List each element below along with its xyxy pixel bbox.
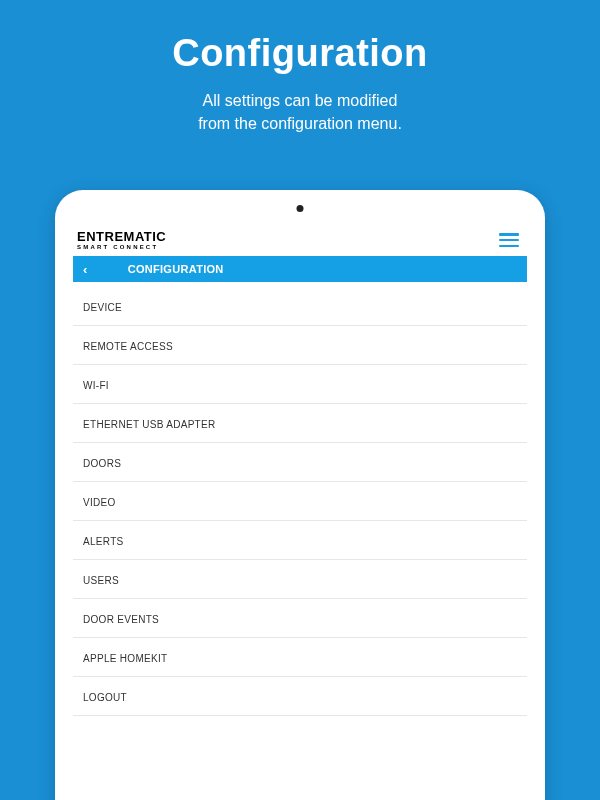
brand-logo: ENTREMATIC SMART CONNECT — [77, 230, 166, 250]
hamburger-icon[interactable] — [499, 233, 519, 247]
page-title-bar: ‹ CONFIGURATION — [73, 256, 527, 282]
menu-item-device[interactable]: DEVICE — [73, 282, 527, 326]
menu-item-logout[interactable]: LOGOUT — [73, 677, 527, 716]
app-header: ENTREMATIC SMART CONNECT — [73, 224, 527, 256]
menu-item-door-events[interactable]: DOOR EVENTS — [73, 599, 527, 638]
menu-item-apple-homekit[interactable]: APPLE HOMEKIT — [73, 638, 527, 677]
menu-item-remote-access[interactable]: REMOTE ACCESS — [73, 326, 527, 365]
hero-subtitle-line2: from the configuration menu. — [198, 115, 402, 132]
tablet-frame: ENTREMATIC SMART CONNECT ‹ CONFIGURATION… — [55, 190, 545, 800]
hero-subtitle: All settings can be modified from the co… — [0, 89, 600, 135]
brand-main-text: ENTREMATIC — [77, 230, 166, 243]
back-button[interactable]: ‹ — [83, 262, 88, 277]
hero: Configuration All settings can be modifi… — [0, 0, 600, 135]
hero-title: Configuration — [0, 32, 600, 75]
menu-item-ethernet[interactable]: ETHERNET USB ADAPTER — [73, 404, 527, 443]
menu-item-users[interactable]: USERS — [73, 560, 527, 599]
menu-item-video[interactable]: VIDEO — [73, 482, 527, 521]
page-title: CONFIGURATION — [128, 263, 224, 275]
tablet-camera-icon — [297, 205, 304, 212]
app-screen: ENTREMATIC SMART CONNECT ‹ CONFIGURATION… — [73, 224, 527, 800]
brand-sub-text: SMART CONNECT — [77, 244, 166, 250]
config-menu-list: DEVICE REMOTE ACCESS WI-FI ETHERNET USB … — [73, 282, 527, 716]
menu-item-wifi[interactable]: WI-FI — [73, 365, 527, 404]
menu-item-doors[interactable]: DOORS — [73, 443, 527, 482]
hero-subtitle-line1: All settings can be modified — [203, 92, 398, 109]
menu-item-alerts[interactable]: ALERTS — [73, 521, 527, 560]
